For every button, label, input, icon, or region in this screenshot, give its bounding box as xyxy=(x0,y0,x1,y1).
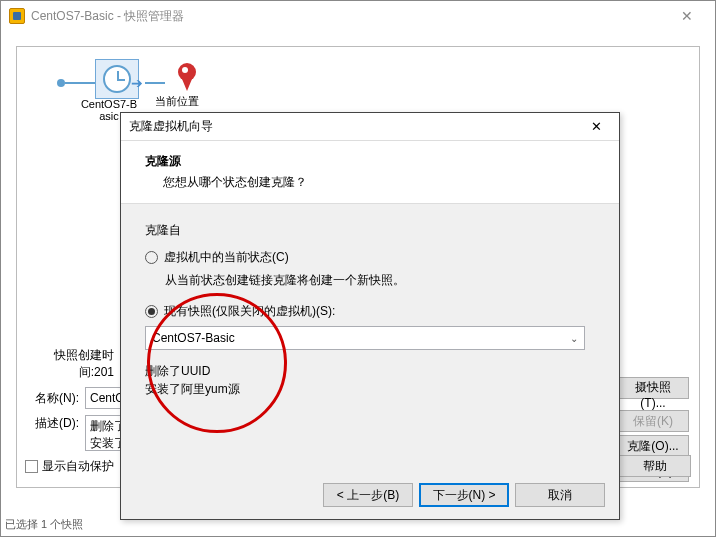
radio-current-label: 虚拟机中的当前状态(C) xyxy=(164,249,289,266)
arrow-icon: ➔ xyxy=(131,75,143,91)
status-bar: 已选择 1 个快照 xyxy=(5,517,83,532)
dialog-subheading: 您想从哪个状态创建克隆？ xyxy=(145,174,595,191)
created-time-label: 快照创建时间:201 xyxy=(25,347,120,381)
dialog-heading: 克隆源 xyxy=(145,153,595,170)
autoprotect-checkbox[interactable] xyxy=(25,460,38,473)
close-icon[interactable]: ✕ xyxy=(667,8,707,24)
dialog-header: 克隆源 您想从哪个状态创建克隆？ xyxy=(121,141,619,204)
description-label: 描述(D): xyxy=(25,415,85,432)
titlebar: CentOS7-Basic - 快照管理器 ✕ xyxy=(1,1,715,31)
radio-icon xyxy=(145,305,158,318)
timeline-line xyxy=(65,82,95,84)
dialog-title: 克隆虚拟机向导 xyxy=(129,118,581,135)
window-title: CentOS7-Basic - 快照管理器 xyxy=(31,8,667,25)
snapshot-select[interactable]: CentOS7-Basic ⌄ xyxy=(145,326,585,350)
take-snapshot-button[interactable]: 摄快照(T)... xyxy=(617,377,689,399)
dialog-body: 克隆自 虚拟机中的当前状态(C) 从当前状态创建链接克隆将创建一个新快照。 现有… xyxy=(121,204,619,416)
dialog-buttons: < 上一步(B) 下一步(N) > 取消 xyxy=(323,483,605,507)
help-button[interactable]: 帮助 xyxy=(619,455,691,477)
cancel-button[interactable]: 取消 xyxy=(515,483,605,507)
current-location-label: 当前位置 xyxy=(147,95,207,107)
dialog-titlebar: 克隆虚拟机向导 ✕ xyxy=(121,113,619,141)
snapshot-description: 删除了UUID 安装了阿里yum源 xyxy=(145,362,595,398)
dialog-close-icon[interactable]: ✕ xyxy=(581,119,611,134)
snapshot-select-value: CentOS7-Basic xyxy=(152,331,235,345)
radio-existing-snapshot[interactable]: 现有快照(仅限关闭的虚拟机)(S): xyxy=(145,303,595,320)
app-icon xyxy=(9,8,25,24)
keep-button: 保留(K) xyxy=(617,410,689,432)
name-label: 名称(N): xyxy=(25,390,85,407)
clone-from-label: 克隆自 xyxy=(145,222,595,239)
clone-wizard-dialog: 克隆虚拟机向导 ✕ 克隆源 您想从哪个状态创建克隆？ 克隆自 虚拟机中的当前状态… xyxy=(120,112,620,520)
autoprotect-label: 显示自动保护 xyxy=(42,458,114,475)
back-button[interactable]: < 上一步(B) xyxy=(323,483,413,507)
timeline-line xyxy=(145,82,165,84)
timeline-start-dot xyxy=(57,79,65,87)
current-state-note: 从当前状态创建链接克隆将创建一个新快照。 xyxy=(145,272,595,289)
radio-current-state[interactable]: 虚拟机中的当前状态(C) xyxy=(145,249,595,266)
next-button[interactable]: 下一步(N) > xyxy=(419,483,509,507)
chevron-down-icon: ⌄ xyxy=(570,333,578,344)
current-location-pin-icon[interactable] xyxy=(177,63,197,91)
radio-icon xyxy=(145,251,158,264)
snapshot-clock-icon[interactable] xyxy=(103,65,131,93)
radio-snapshot-label: 现有快照(仅限关闭的虚拟机)(S): xyxy=(164,303,335,320)
